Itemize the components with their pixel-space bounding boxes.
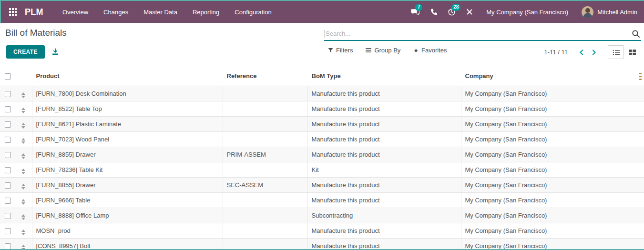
cell-company[interactable]: My Company (San Francisco) [461,223,644,238]
cell-bom-type[interactable]: Manufacture this product [307,147,461,162]
debug-tools-button[interactable] [461,1,478,23]
cell-reference[interactable] [223,223,307,238]
cell-company[interactable]: My Company (San Francisco) [461,116,644,131]
cell-company[interactable]: My Company (San Francisco) [461,147,644,162]
pager-previous-button[interactable] [575,46,588,59]
cell-bom-type[interactable]: Manufacture this product [307,101,461,116]
cell-product[interactable]: [CONS_89957] Bolt [32,238,223,250]
cell-reference[interactable] [223,101,307,116]
drag-handle-icon[interactable] [21,184,25,190]
company-switcher[interactable]: My Company (San Francisco) [480,1,575,23]
cell-bom-type[interactable]: Kit [307,162,461,177]
cell-product[interactable]: [FURN_8621] Plastic Laminate [32,116,223,131]
cell-reference[interactable] [223,162,307,177]
nav-item-changes[interactable]: Changes [96,1,136,23]
kanban-view-button[interactable] [624,45,640,59]
cell-company[interactable]: My Company (San Francisco) [461,192,644,208]
pager-value[interactable]: 1-11 / 11 [544,49,568,56]
cell-company[interactable]: My Company (San Francisco) [461,208,644,223]
cell-bom-type[interactable]: Manufacture this product [307,177,461,192]
list-view-button[interactable] [608,45,624,59]
create-button[interactable]: CREATE [6,45,45,59]
select-all-checkbox[interactable] [5,73,11,80]
cell-reference[interactable] [223,131,307,147]
cell-reference[interactable] [223,116,307,131]
row-checkbox[interactable] [5,167,11,173]
cell-product[interactable]: [FURN_8888] Office Lamp [32,208,223,223]
table-row[interactable]: [FURN_9666] Table Manufacture this produ… [0,192,644,208]
table-row[interactable]: [FURN_8621] Plastic Laminate Manufacture… [0,116,644,131]
table-row[interactable]: [FURN_8888] Office Lamp Subcontracting M… [0,208,644,223]
table-row[interactable]: [FURN_8522] Table Top Manufacture this p… [0,101,644,116]
pager-next-button[interactable] [588,46,600,59]
cell-product[interactable]: [FURN_78236] Table Kit [32,162,223,177]
cell-company[interactable]: My Company (San Francisco) [461,101,644,116]
cell-company[interactable]: My Company (San Francisco) [461,86,644,101]
row-checkbox[interactable] [5,106,11,112]
cell-bom-type[interactable]: Subcontracting [307,208,461,223]
table-row[interactable]: [FURN_8855] Drawer PRIM-ASSEM Manufactur… [0,147,644,162]
row-checkbox[interactable] [5,182,11,189]
nav-item-configuration[interactable]: Configuration [227,1,279,23]
column-header-company[interactable]: Company [461,67,644,86]
column-header-product[interactable]: Product [32,67,223,86]
cell-reference[interactable]: PRIM-ASSEM [223,147,307,162]
nav-item-master-data[interactable]: Master Data [136,1,185,23]
cell-company[interactable]: My Company (San Francisco) [461,162,644,177]
cell-reference[interactable] [223,208,307,223]
column-header-bom-type[interactable]: BoM Type [307,67,461,86]
drag-handle-icon[interactable] [21,138,25,144]
table-row[interactable]: [FURN_7023] Wood Panel Manufacture this … [0,131,644,147]
drag-handle-icon[interactable] [21,230,25,235]
export-button[interactable] [51,48,59,56]
cell-reference[interactable] [223,238,307,250]
cell-company[interactable]: My Company (San Francisco) [461,238,644,250]
cell-bom-type[interactable]: Manufacture this product [307,86,461,101]
filters-button[interactable]: Filters [328,47,353,54]
cell-bom-type[interactable]: Manufacture this product [307,131,461,147]
row-checkbox[interactable] [5,243,11,250]
drag-handle-icon[interactable] [21,214,25,220]
table-row[interactable]: [FURN_8855] Drawer SEC-ASSEM Manufacture… [0,177,644,192]
search-icon[interactable] [632,30,640,38]
apps-menu-button[interactable] [5,1,21,23]
cell-product[interactable]: [FURN_7023] Wood Panel [32,131,223,147]
cell-company[interactable]: My Company (San Francisco) [461,131,644,147]
optional-columns-toggle[interactable] [638,72,643,81]
cell-product[interactable]: [FURN_8855] Drawer [32,177,223,192]
messages-menu-button[interactable]: 7 [407,1,423,23]
favorites-button[interactable]: ★ Favorites [413,47,447,54]
activities-menu-button[interactable]: 28 [443,1,460,23]
user-menu[interactable]: Mitchell Admin [577,1,639,23]
drag-handle-icon[interactable] [21,92,25,98]
cell-bom-type[interactable]: Manufacture this product [307,192,461,208]
cell-product[interactable]: [FURN_9666] Table [32,192,223,208]
cell-company[interactable]: My Company (San Francisco) [461,177,644,192]
cell-product[interactable]: MOSN_prod [32,223,223,238]
row-checkbox[interactable] [5,121,11,128]
drag-handle-icon[interactable] [21,169,25,174]
drag-handle-icon[interactable] [21,153,25,159]
table-row[interactable]: [FURN_78236] Table Kit Kit My Company (S… [0,162,644,177]
table-row[interactable]: [FURN_7800] Desk Combination Manufacture… [0,86,644,101]
cell-reference[interactable] [223,192,307,208]
row-checkbox[interactable] [5,198,11,204]
cell-bom-type[interactable]: Manufacture this product [307,116,461,131]
table-row[interactable]: [CONS_89957] Bolt Manufacture this produ… [0,238,644,250]
cell-reference[interactable] [223,86,307,101]
cell-bom-type[interactable]: Manufacture this product [307,238,461,250]
cell-product[interactable]: [FURN_8522] Table Top [32,101,223,116]
row-checkbox[interactable] [5,213,11,219]
nav-item-reporting[interactable]: Reporting [185,1,227,23]
row-checkbox[interactable] [5,137,11,143]
drag-handle-icon[interactable] [21,123,25,129]
row-checkbox[interactable] [5,91,11,97]
row-checkbox[interactable] [5,152,11,158]
drag-handle-icon[interactable] [21,199,25,205]
nav-item-overview[interactable]: Overview [55,1,96,23]
cell-bom-type[interactable]: Manufacture this product [307,223,461,238]
drag-handle-icon[interactable] [21,108,25,113]
cell-product[interactable]: [FURN_8855] Drawer [32,147,223,162]
row-checkbox[interactable] [5,228,11,234]
app-name[interactable]: PLM [25,7,43,17]
